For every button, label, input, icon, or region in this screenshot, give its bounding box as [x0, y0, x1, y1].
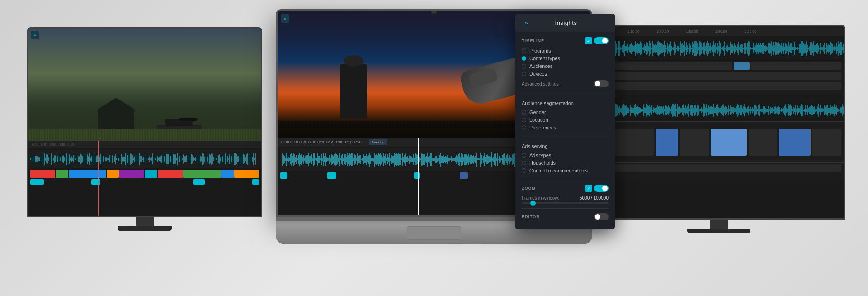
laptop-panel-expand[interactable]: »	[281, 14, 289, 23]
left-waveform-bars	[28, 150, 261, 168]
ads-types-label: Ads types	[529, 153, 551, 158]
content-types-item[interactable]: Content types	[522, 56, 609, 61]
devices-checkbox[interactable]	[522, 72, 526, 76]
right-stand-base	[687, 229, 750, 233]
frames-slider-track[interactable]	[522, 202, 609, 204]
programs-label: Programs	[529, 48, 551, 53]
right-seg-blue-1	[734, 62, 750, 70]
zoom-toggle-group: ✓	[585, 185, 609, 192]
gender-item[interactable]: Gender	[522, 110, 609, 115]
right-monitor: 1:00:00 1:10:00 1:20:00 1:30:00 1:40:00 …	[592, 25, 845, 251]
programs-item[interactable]: Programs	[522, 48, 609, 53]
households-checkbox[interactable]	[522, 161, 526, 165]
left-panel-expand[interactable]: »	[31, 31, 39, 39]
left-segments	[30, 179, 259, 185]
right-monitor-frame: 1:00:00 1:10:00 1:20:00 1:30:00 1:40:00 …	[592, 25, 845, 220]
content-types-checkbox[interactable]	[522, 56, 526, 61]
right-large-empty-4	[812, 129, 841, 156]
ads-types-checkbox[interactable]	[522, 153, 526, 158]
right-stand-neck	[710, 220, 728, 229]
preferences-item[interactable]: Preferences	[522, 125, 609, 130]
laptop-seg-1	[280, 172, 287, 179]
programs-checkbox[interactable]	[522, 48, 526, 53]
ads-section: Ads serving Ads types Households Content…	[522, 142, 609, 173]
zoom-section-title: ZOOM	[522, 186, 536, 191]
right-large-blue-2	[779, 129, 811, 156]
left-segment-3	[193, 179, 205, 185]
devices-label: Devices	[529, 71, 547, 76]
advanced-settings-toggle[interactable]	[594, 80, 609, 87]
timeline-toggle-group: ✓	[585, 37, 609, 44]
laptop-notch	[431, 11, 437, 14]
right-seg-row-3	[594, 81, 844, 91]
right-seg-row-bottom	[594, 163, 844, 173]
color-block-blue	[69, 170, 106, 178]
timeline-toggle[interactable]	[594, 37, 609, 44]
right-time-6: 1:50:00	[745, 29, 757, 33]
audiences-item[interactable]: Audiences	[522, 63, 609, 69]
right-seg-empty-bottom	[596, 164, 841, 172]
zoom-check-icon: ✓	[585, 185, 592, 192]
content-recommendations-label: Content recommendations	[529, 168, 588, 173]
gender-label: Gender	[529, 110, 546, 115]
frames-label: Frames in window:	[522, 196, 559, 201]
expand-icon[interactable]: »	[31, 31, 39, 39]
right-seg-empty-2	[751, 62, 841, 70]
location-item[interactable]: Location	[522, 117, 609, 123]
color-block-blue2	[221, 170, 234, 178]
timeline-section-header: TIMELINE ✓	[522, 37, 609, 44]
color-block-teal	[145, 170, 157, 178]
right-large-segments	[594, 122, 844, 162]
right-seg-empty-3	[596, 72, 841, 80]
frames-slider-row	[522, 202, 609, 204]
audiences-checkbox[interactable]	[522, 64, 526, 68]
laptop-playhead	[418, 138, 419, 215]
color-block-green2	[183, 170, 221, 178]
right-seg-row-1	[594, 61, 844, 71]
right-large-empty-2	[680, 129, 709, 156]
expand-chevron: »	[33, 33, 36, 38]
gender-checkbox[interactable]	[522, 110, 526, 115]
right-monitor-screen: 1:00:00 1:10:00 1:20:00 1:30:00 1:40:00 …	[594, 26, 844, 218]
advanced-settings-label: Advanced settings	[522, 81, 559, 86]
left-segment-1	[30, 179, 44, 185]
ads-types-item[interactable]: Ads types	[522, 153, 609, 158]
divider-1	[522, 94, 609, 94]
editor-toggle[interactable]	[594, 213, 609, 220]
frames-slider-thumb[interactable]	[530, 201, 536, 206]
zoom-section-header: ZOOM ✓	[522, 185, 609, 192]
advanced-settings-row: Advanced settings	[522, 80, 609, 87]
laptop-seg-4	[460, 172, 468, 179]
laptop-seg-2	[327, 172, 336, 179]
divider-4	[522, 208, 609, 209]
laptop-expand-icon[interactable]: »	[281, 14, 289, 23]
preferences-label: Preferences	[529, 125, 556, 130]
content-recommendations-item[interactable]: Content recommendations	[522, 168, 609, 173]
insights-body: TIMELINE ✓ Programs Content types	[515, 32, 615, 229]
preferences-checkbox[interactable]	[522, 125, 526, 130]
location-checkbox[interactable]	[522, 118, 526, 122]
left-time-marker-1: 0:00	[32, 143, 38, 146]
right-time-5: 1:40:00	[715, 29, 727, 33]
left-monitor-frame: » 0:00 0:10 0:20 0:30 0:40	[27, 27, 262, 217]
divider-2	[522, 137, 609, 137]
devices-item[interactable]: Devices	[522, 71, 609, 76]
color-block-orange	[107, 170, 119, 178]
insights-expand-button[interactable]: »	[522, 18, 531, 27]
farmhouse-scene	[28, 29, 261, 141]
households-label: Households	[529, 160, 556, 166]
right-time-3: 1:20:00	[656, 29, 669, 33]
households-item[interactable]: Households	[522, 160, 609, 166]
content-types-label: Content types	[529, 56, 560, 61]
left-time-marker-4: 0:30	[59, 143, 65, 146]
right-waveform-bottom	[594, 99, 844, 122]
content-recommendations-checkbox[interactable]	[522, 168, 526, 173]
frames-row: Frames in window: 5000 / 100000	[522, 196, 609, 201]
audiences-label: Audiences	[529, 63, 552, 69]
zoom-toggle[interactable]	[594, 185, 609, 192]
divider-3	[522, 180, 609, 180]
right-large-blue-1	[656, 129, 678, 156]
left-waveform	[28, 150, 261, 168]
left-stand-neck	[136, 217, 154, 226]
editor-section-title: EDITOR	[522, 215, 540, 219]
